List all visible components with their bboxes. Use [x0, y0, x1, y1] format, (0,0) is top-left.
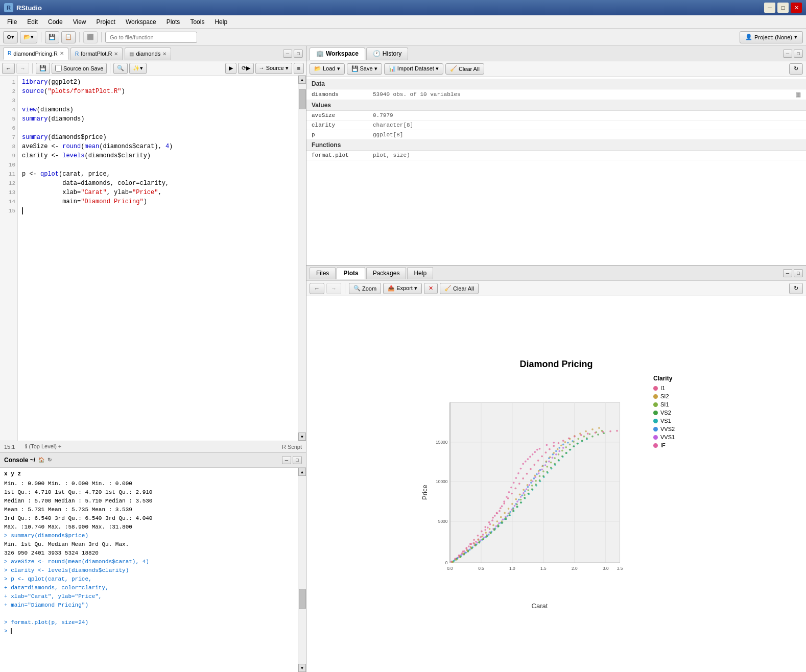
tab-workspace[interactable]: 🏢 Workspace — [310, 47, 365, 60]
svg-point-220 — [497, 524, 499, 526]
import-dataset-button[interactable]: 📊 Import Dataset ▾ — [384, 63, 443, 75]
lines-btn[interactable]: ≡ — [294, 63, 304, 74]
main-toolbar: ⊕▾ 📂▾ 💾 📋 ⬛ 👤 Project: (None) ▾ — [0, 29, 806, 46]
scroll-down-arrow[interactable]: ▼ — [298, 433, 306, 441]
tab-files[interactable]: Files — [310, 267, 336, 279]
legend-dot-VVS2 — [653, 427, 658, 431]
workspace-maximize-btn[interactable]: □ — [794, 50, 803, 58]
svg-text:2.0: 2.0 — [572, 566, 578, 571]
svg-text:0: 0 — [445, 560, 448, 565]
svg-point-309 — [549, 448, 551, 450]
menu-edit[interactable]: Edit — [22, 17, 43, 27]
tab-icon-r: R — [8, 51, 11, 56]
editor-back-btn[interactable]: ← — [2, 63, 15, 74]
cursor-position: 15:1 — [4, 444, 15, 450]
project-button[interactable]: 👤 Project: (None) ▾ — [740, 31, 803, 43]
new-file-button[interactable]: ⊕▾ — [3, 31, 18, 43]
plot-back-btn[interactable]: ← — [310, 283, 324, 294]
svg-point-257 — [492, 524, 494, 526]
svg-point-319 — [609, 430, 611, 433]
find-btn[interactable]: 🔍 — [113, 63, 128, 74]
menu-tools[interactable]: Tools — [185, 17, 209, 27]
svg-point-243 — [589, 433, 591, 435]
code-content[interactable]: library(ggplot2) source("plots/formatPlo… — [18, 76, 298, 441]
svg-point-49 — [520, 468, 522, 470]
menu-file[interactable]: File — [2, 17, 22, 27]
rerun-btn[interactable]: ⟳▶ — [238, 63, 254, 74]
tab-diamonds[interactable]: ▦ diamonds ✕ — [125, 47, 171, 60]
close-button[interactable]: ✕ — [791, 3, 802, 13]
svg-point-53 — [529, 456, 531, 458]
tab-close-format-plot[interactable]: ✕ — [114, 51, 118, 57]
menu-workspace[interactable]: Workspace — [121, 17, 161, 27]
svg-point-194 — [546, 471, 548, 473]
menu-code[interactable]: Code — [43, 17, 68, 27]
svg-point-311 — [558, 442, 560, 444]
editor-minimize-btn[interactable]: ─ — [283, 50, 292, 58]
source-btn[interactable]: → Source ▾ — [255, 63, 292, 74]
export-button[interactable]: 📤 Export ▾ — [383, 283, 422, 294]
open-file-button[interactable]: 📂▾ — [20, 31, 37, 43]
console-scroll-thumb[interactable] — [299, 589, 306, 609]
menu-view[interactable]: View — [68, 17, 91, 27]
editor-maximize-btn[interactable]: □ — [294, 50, 303, 58]
plot-forward-btn[interactable]: → — [326, 283, 341, 294]
workspace-minimize-btn[interactable]: ─ — [783, 50, 792, 58]
menu-help[interactable]: Help — [209, 17, 232, 27]
tab-help[interactable]: Help — [407, 267, 433, 279]
console-scroll-down[interactable]: ▼ — [298, 664, 306, 672]
plot-delete-btn[interactable]: ✕ — [424, 283, 438, 294]
svg-point-38 — [494, 515, 496, 517]
console-maximize-btn[interactable]: □ — [293, 456, 302, 464]
console-content[interactable]: x y z Min. : 0.000 Min. : 0.000 Min. : 0… — [0, 468, 298, 672]
diamonds-table-icon[interactable]: ▦ — [795, 91, 801, 98]
save-all-button[interactable]: 📋 — [61, 31, 76, 43]
magic-wand-btn[interactable]: ✨▾ — [129, 63, 147, 74]
zoom-button[interactable]: 🔍 Zoom — [349, 283, 381, 294]
svg-point-56 — [536, 449, 538, 451]
plot-refresh-btn[interactable]: ↻ — [789, 283, 803, 294]
svg-point-237 — [561, 450, 563, 452]
tab-packages[interactable]: Packages — [366, 267, 407, 279]
ws-refresh-button[interactable]: ↻ — [789, 63, 803, 75]
console-header: Console ~/ 🏠 ↻ ─ □ — [0, 452, 306, 468]
plot-toolbar: ← → 🔍 Zoom 📤 Export ▾ ✕ 🧹 Clear All — [306, 281, 806, 296]
svg-point-84 — [528, 484, 530, 486]
tab-format-plot[interactable]: R formatPlot.R ✕ — [70, 47, 123, 60]
scroll-thumb[interactable] — [299, 89, 306, 109]
source-on-save-checkbox[interactable] — [55, 65, 62, 71]
menu-project[interactable]: Project — [91, 17, 121, 27]
svg-point-293 — [488, 521, 490, 523]
tab-history[interactable]: 🕐 History — [366, 47, 408, 60]
plots-maximize-btn[interactable]: □ — [794, 269, 803, 277]
plots-minimize-btn[interactable]: ─ — [783, 269, 792, 277]
scroll-up-arrow[interactable]: ▲ — [298, 76, 306, 84]
go-to-input[interactable] — [105, 32, 197, 43]
plot-clear-all-btn[interactable]: 🧹 Clear All — [440, 283, 479, 294]
editor-save-btn[interactable]: 💾 — [36, 63, 50, 74]
svg-point-58 — [546, 444, 548, 446]
console-scroll-up[interactable]: ▲ — [298, 468, 306, 476]
tab-plots[interactable]: Plots — [337, 267, 365, 279]
print-button[interactable]: ⬛ — [83, 31, 98, 43]
tab-close-diamonds[interactable]: ✕ — [162, 51, 167, 57]
clear-all-button[interactable]: 🧹 Clear All — [445, 63, 484, 75]
load-button[interactable]: 📂 Load ▾ — [310, 63, 345, 75]
run-btn[interactable]: ▶ — [225, 63, 236, 74]
svg-point-44 — [508, 491, 510, 493]
save-button[interactable]: 💾 — [45, 31, 59, 43]
console-minimize-btn[interactable]: ─ — [282, 456, 291, 464]
svg-point-296 — [500, 507, 502, 509]
source-on-save-btn[interactable]: Source on Save — [52, 63, 107, 74]
save-button[interactable]: 💾 Save ▾ — [347, 63, 382, 75]
svg-point-47 — [515, 477, 517, 479]
menu-plots[interactable]: Plots — [161, 17, 185, 27]
svg-point-74 — [498, 522, 500, 524]
tab-close-diamond-pricing[interactable]: ✕ — [60, 51, 64, 56]
minimize-button[interactable]: ─ — [764, 3, 775, 13]
svg-point-224 — [512, 508, 514, 510]
import-label: Import Dataset ▾ — [397, 65, 439, 72]
maximize-button[interactable]: □ — [777, 3, 789, 13]
editor-forward-btn[interactable]: → — [16, 63, 29, 74]
tab-diamond-pricing[interactable]: R diamondPricing.R ✕ — [3, 47, 68, 60]
